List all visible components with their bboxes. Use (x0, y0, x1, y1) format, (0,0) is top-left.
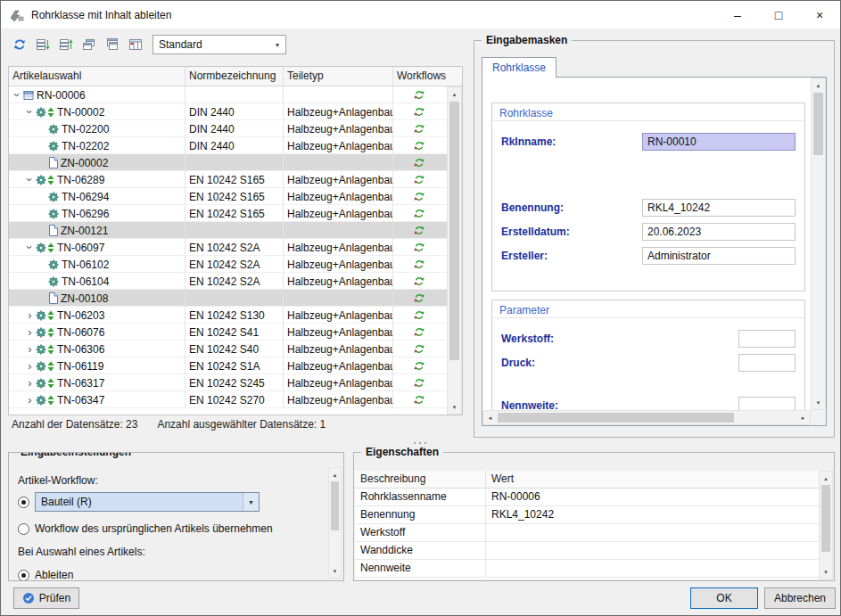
field-input[interactable]: 20.06.2023 (642, 223, 796, 241)
properties-table: Beschreibung Wert RohrklassennameRN-0000… (355, 471, 819, 579)
minimize-button[interactable]: – (717, 1, 758, 29)
tree-expander-icon[interactable]: › (25, 360, 35, 372)
property-row[interactable]: Nennweite (355, 560, 819, 578)
field-input[interactable] (738, 354, 796, 372)
cancel-button-label: Abbrechen (774, 592, 826, 604)
column-header-normbezeichnung[interactable]: Normbezeichnung (186, 67, 284, 86)
article-cell: TN-02200 (9, 120, 186, 137)
article-id: TN-06306 (57, 343, 104, 356)
tree-expander-icon[interactable]: › (25, 326, 35, 338)
table-view-button[interactable] (124, 34, 147, 55)
refresh-button[interactable] (8, 34, 31, 55)
grid-vertical-scrollbar[interactable]: ▲ ▼ (447, 86, 462, 415)
tree-expander-icon[interactable]: › (25, 394, 35, 406)
tree-row[interactable]: ›TN-06203EN 10242 S130Halbzeug+Anlagenba… (9, 307, 447, 324)
scrollbar-thumb[interactable] (498, 413, 734, 423)
article-cell: ZN-00108 (9, 290, 186, 307)
cancel-button[interactable]: Abbrechen (764, 587, 836, 609)
scrollbar-thumb[interactable] (331, 481, 339, 530)
tree-row[interactable]: ZN-00121 (9, 222, 447, 239)
field-input[interactable]: RN-00010 (642, 133, 796, 151)
settings-vertical-scrollbar[interactable]: ▲ ▼ (328, 467, 342, 579)
workflow-icon (413, 157, 425, 168)
radio-selected[interactable] (18, 497, 29, 508)
property-row[interactable]: BenennungRKL4_10242 (355, 506, 819, 524)
property-row[interactable]: RohrklassennameRN-00006 (355, 489, 819, 506)
scroll-down-icon[interactable]: ▼ (329, 564, 341, 578)
field-input[interactable]: RKL4_10242 (642, 199, 796, 217)
tree-row[interactable]: ›TN-06119EN 10242 S1AHalbzeug+Anlagenbau (9, 357, 447, 374)
tree-row[interactable]: ›RN-00006 (9, 86, 447, 103)
scrollbar-thumb[interactable] (813, 93, 823, 155)
property-row[interactable]: Wanddicke (355, 542, 819, 560)
tree-expander-icon[interactable]: › (25, 377, 35, 389)
tab-rohrklasse[interactable]: Rohrklasse (482, 57, 557, 78)
tree-row[interactable]: TN-06104EN 10242 S2AHalbzeug+Anlagenbau (9, 273, 447, 290)
collapse-levels-button[interactable] (54, 34, 78, 55)
tree-row[interactable]: ›TN-06347EN 10242 S270Halbzeug+Anlagenba… (9, 391, 447, 408)
close-button[interactable]: × (799, 1, 840, 29)
scroll-down-icon[interactable]: ▼ (448, 400, 461, 414)
tree-row[interactable]: TN-06296EN 10242 S165Halbzeug+Anlagenbau (9, 205, 447, 222)
scroll-up-icon[interactable]: ▲ (329, 468, 341, 481)
ok-button[interactable]: OK (690, 587, 758, 609)
tree-expander-icon[interactable]: › (12, 90, 23, 100)
maximize-button[interactable]: □ (758, 1, 799, 29)
field-input[interactable] (738, 330, 796, 348)
column-header-workflows[interactable]: Workflows (393, 67, 462, 86)
scroll-right-icon[interactable]: ► (796, 411, 810, 424)
expand-levels-button[interactable] (31, 34, 54, 55)
property-row[interactable]: Werkstoff (355, 524, 819, 542)
norm-cell: EN 10242 S165 (186, 188, 284, 205)
tree-row[interactable]: ›TN-06097EN 10242 S2AHalbzeug+Anlagenbau (9, 239, 447, 256)
scrollbar-thumb[interactable] (821, 485, 830, 552)
tree-row[interactable]: TN-06102EN 10242 S2AHalbzeug+Anlagenbau (9, 256, 447, 273)
workflow-combobox[interactable]: Bauteil (R) ▼ (35, 492, 260, 512)
column-header-artikelauswahl[interactable]: Artikelauswahl (9, 67, 186, 86)
tree-row[interactable]: ›TN-06317EN 10242 S245Halbzeug+Anlagenba… (9, 374, 447, 391)
check-button[interactable]: Prüfen (13, 587, 79, 609)
properties-vertical-scrollbar[interactable]: ▲ ▼ (819, 471, 833, 579)
column-header-teiletyp[interactable]: Teiletyp (284, 67, 393, 86)
preset-combobox[interactable]: Standard ▼ (153, 35, 286, 54)
field-input[interactable] (738, 397, 796, 410)
norm-cell (186, 222, 284, 239)
tree-row[interactable]: TN-02200DIN 2440Halbzeug+Anlagenbau (9, 120, 447, 137)
scroll-up-icon[interactable]: ▲ (448, 87, 461, 101)
tree-row[interactable]: TN-06294EN 10242 S165Halbzeug+Anlagenbau (9, 188, 447, 205)
workflow-cell (393, 307, 447, 324)
column-header-beschreibung[interactable]: Beschreibung (355, 471, 486, 488)
workflow-icon (413, 208, 425, 219)
field-input[interactable]: Administrator (642, 247, 796, 265)
scroll-up-icon[interactable]: ▲ (812, 78, 825, 92)
column-header-wert[interactable]: Wert (486, 471, 819, 488)
scrollbar-thumb[interactable] (449, 102, 459, 360)
new-window-button[interactable] (78, 34, 101, 55)
article-cell: ›TN-06097 (9, 239, 186, 256)
tree-row[interactable]: ›TN-00002DIN 2440Halbzeug+Anlagenbau (9, 103, 447, 120)
tree-row[interactable]: TN-02202DIN 2440Halbzeug+Anlagenbau (9, 137, 447, 154)
scroll-down-icon[interactable]: ▼ (820, 565, 832, 579)
tree-expander-icon[interactable]: › (24, 175, 36, 185)
tree-expander-icon[interactable]: › (24, 242, 36, 252)
type-cell: Halbzeug+Anlagenbau (284, 239, 393, 256)
mask-horizontal-scrollbar[interactable]: ◄ ► (482, 410, 811, 425)
scroll-up-icon[interactable]: ▲ (820, 472, 832, 485)
tree-row[interactable]: ›TN-06306EN 10242 S40Halbzeug+Anlagenbau (9, 341, 447, 357)
tree-expander-icon[interactable]: › (25, 309, 35, 321)
tree-row[interactable]: ›TN-06076EN 10242 S41Halbzeug+Anlagenbau (9, 324, 447, 341)
tree-row[interactable]: ZN-00002 (9, 154, 447, 171)
cascade-windows-button[interactable] (101, 34, 124, 55)
workflow-cell (393, 341, 447, 357)
group-title: Eigenschaften (361, 446, 443, 459)
scroll-left-icon[interactable]: ◄ (483, 411, 497, 424)
radio-unselected[interactable] (18, 523, 29, 535)
radio-selected[interactable] (18, 570, 29, 581)
tree-row[interactable]: ZN-00108 (9, 290, 447, 307)
grid-toolbar: Standard ▼ (8, 32, 286, 57)
tree-expander-icon[interactable]: › (24, 107, 36, 117)
tree-expander-icon[interactable]: › (25, 343, 35, 355)
tree-row[interactable]: ›TN-06289EN 10242 S165Halbzeug+Anlagenba… (9, 171, 447, 188)
mask-vertical-scrollbar[interactable]: ▲ ▼ (811, 78, 826, 410)
scroll-down-icon[interactable]: ▼ (812, 396, 825, 409)
